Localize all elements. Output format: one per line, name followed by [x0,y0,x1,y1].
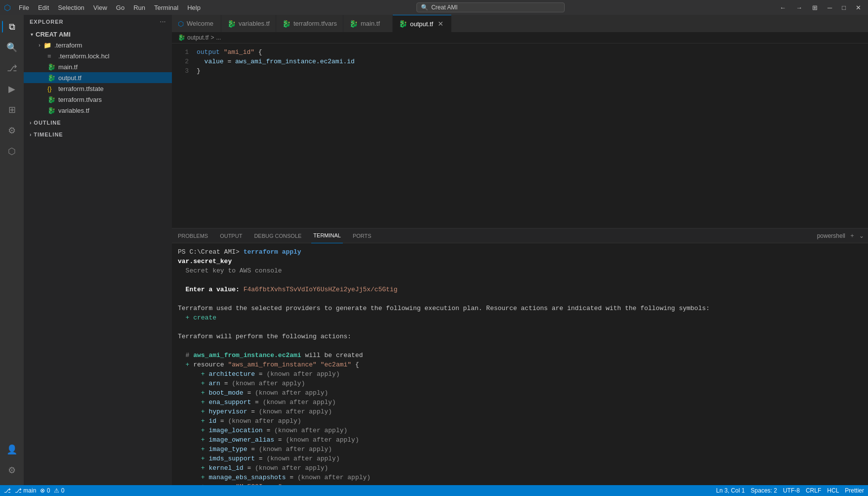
tree-item-output-tf[interactable]: 🐉 output.tf [24,72,172,83]
panel-tab-problems[interactable]: PROBLEMS [176,228,210,243]
code-line-3: 3 } [172,66,868,76]
tree-item-main-tf[interactable]: 🐉 main.tf [24,61,172,72]
menu-edit[interactable]: Edit [34,3,53,12]
sidebar-menu-button[interactable]: ··· [160,19,166,25]
menu-selection[interactable]: Selection [54,3,88,12]
breadcrumb: 🐉 output.tf > ... [172,32,868,44]
terminal-line: + imds_support = (known after apply) [178,454,862,463]
tab-main-tf-label: main.tf [361,20,380,27]
breadcrumb-symbol[interactable]: ... [216,34,221,41]
activity-settings[interactable]: ⚙ [2,460,22,480]
extensions-icon: ⊞ [8,104,16,115]
status-left: ⎇ ⎇ main ⊗ 0 ⚠ 0 [4,487,64,494]
terminal-line: Enter a value: F4a6fbtXvhsTSvVdIoY6UsHZe… [178,285,862,294]
terminal-prompt-text: PS C:\Creat AMI> [178,248,240,256]
status-right: Ln 3, Col 1 Spaces: 2 UTF-8 CRLF HCL Pre… [716,487,864,494]
tab-variables-tf[interactable]: 🐉 variables.tf [221,15,276,32]
tree-item-variables-tf[interactable]: 🐉 variables.tf [24,105,172,116]
activity-bottom: 👤 ⚙ [2,440,22,485]
activity-search[interactable]: 🔍 [2,38,22,57]
panel-tab-output[interactable]: OUTPUT [218,228,244,243]
terminal-line: Secret key to AWS console [178,266,862,275]
panel-tab-debug[interactable]: DEBUG CONSOLE [252,228,303,243]
maximize-icon[interactable]: □ [839,3,849,12]
activity-remote-explorer[interactable]: ⚙ [2,121,22,140]
menu-file[interactable]: File [15,3,33,12]
tree-item-terraform-folder[interactable]: › 📁 .terraform [24,40,172,50]
line-ending-label[interactable]: CRLF [806,487,821,494]
status-bar: ⎇ ⎇ main ⊗ 0 ⚠ 0 Ln 3, Col 1 Spaces: 2 U… [0,485,868,496]
add-terminal-button[interactable]: ＋ [849,231,855,240]
terminal-prompt-line: PS C:\Creat AMI> terraform apply [178,247,862,257]
menu-view[interactable]: View [89,3,111,12]
panel-tab-terminal[interactable]: TERMINAL [311,228,343,243]
kw-value: value [197,58,224,65]
menu-help[interactable]: Help [183,3,205,12]
chevron-right-icon: › [30,120,32,126]
formatter-label[interactable]: Prettier [845,487,864,494]
minimize-icon[interactable]: ─ [825,3,835,12]
tab-close-button[interactable]: ✕ [436,19,445,28]
tab-tfvars[interactable]: 🐉 terraform.tfvars [276,15,343,32]
layout-icon[interactable]: ⊞ [809,3,821,12]
sidebar: EXPLORER ··· ▾ CREAT AMI › 📁 .terraform … [24,15,172,485]
activity-account[interactable]: 👤 [2,440,22,459]
activity-source-control[interactable]: ⎇ [2,58,22,78]
line-content: output "ami_id" { [197,47,868,57]
menu-terminal[interactable]: Terminal [150,3,182,12]
nav-forward-button[interactable]: → [793,3,805,12]
cursor-position[interactable]: Ln 3, Col 1 [716,487,745,494]
warnings-label[interactable]: ⚠ 0 [54,487,64,494]
activity-extensions[interactable]: ⊞ [2,100,22,120]
search-box[interactable]: 🔍 Creat AMI [416,2,565,12]
tree-label-tfvars: terraform.tfvars [58,96,102,103]
tab-tfvars-label: terraform.tfvars [293,20,337,27]
timeline-section[interactable]: › TIMELINE [24,128,172,139]
terminal-line: var.secret_key [178,257,862,266]
tab-welcome[interactable]: ⬡ Welcome [172,15,221,32]
menu-run[interactable]: Run [129,3,149,12]
panel-tab-ports[interactable]: PORTS [351,228,373,243]
titlebar-right: ← → ⊞ ─ □ ✕ [777,3,864,12]
language-label[interactable]: HCL [827,487,839,494]
outline-section[interactable]: › OUTLINE [24,116,172,128]
vscode-logo-icon: ⬡ [4,3,11,12]
nav-back-button[interactable]: ← [777,3,789,12]
terminal-command: terraform apply [244,248,301,256]
close-icon[interactable]: ✕ [853,3,864,12]
tab-output-tf[interactable]: 🐉 output.tf ✕ [393,15,452,32]
keyword-output: output [197,48,220,56]
tab-main-tf[interactable]: 🐉 main.tf [343,15,393,32]
git-branch-label[interactable]: ⎇ main [15,487,36,494]
terminal-line: + image_owner_alias = (known after apply… [178,435,862,445]
outline-label: OUTLINE [34,120,61,126]
breadcrumb-separator: > [210,34,214,41]
terminal-line: + ena_support = (known after apply) [178,398,862,407]
indent-spaces[interactable]: Spaces: 2 [751,487,777,494]
line-number: 3 [172,66,197,76]
tf-breadcrumb-icon: 🐉 [178,34,185,41]
terminal-line: + manage_ebs_snapshots = (known after ap… [178,473,862,482]
tree-item-tfstate[interactable]: {} terraform.tfstate [24,83,172,94]
encoding-label[interactable]: UTF-8 [783,487,800,494]
more-terminal-button[interactable]: ⌄ [859,232,864,239]
tf-tab-icon: 🐉 [227,20,236,28]
terminal-content[interactable]: PS C:\Creat AMI> terraform apply var.sec… [172,243,868,485]
activity-run[interactable]: ▶ [2,79,22,99]
terminal-output: var.secret_key Secret key to AWS console… [178,257,862,485]
activity-extra1[interactable]: ⬡ [2,141,22,161]
errors-label[interactable]: ⊗ 0 [40,487,50,494]
menu-go[interactable]: Go [112,3,128,12]
tree-item-lock-hcl[interactable]: ≡ .terraform.lock.hcl [24,50,172,61]
main-layout: ⧉ 🔍 ⎇ ▶ ⊞ ⚙ ⬡ 👤 ⚙ EXPL [0,15,868,485]
terminal-line: + boot_mode = (known after apply) [178,388,862,398]
code-line-2: 2 value = aws_ami_from_instance.ec2ami.i… [172,57,868,66]
line-content: } [197,66,868,76]
search-text: Creat AMI [431,4,457,11]
tree-root-creat-ami[interactable]: ▾ CREAT AMI [24,29,172,40]
tree-item-tfvars[interactable]: 🐉 terraform.tfvars [24,94,172,105]
breadcrumb-filename[interactable]: output.tf [187,34,208,41]
code-editor[interactable]: 1 output "ami_id" { 2 value = aws_ami_fr… [172,44,868,228]
tree-label-main-tf: main.tf [58,63,78,71]
activity-explorer[interactable]: ⧉ [2,17,22,37]
